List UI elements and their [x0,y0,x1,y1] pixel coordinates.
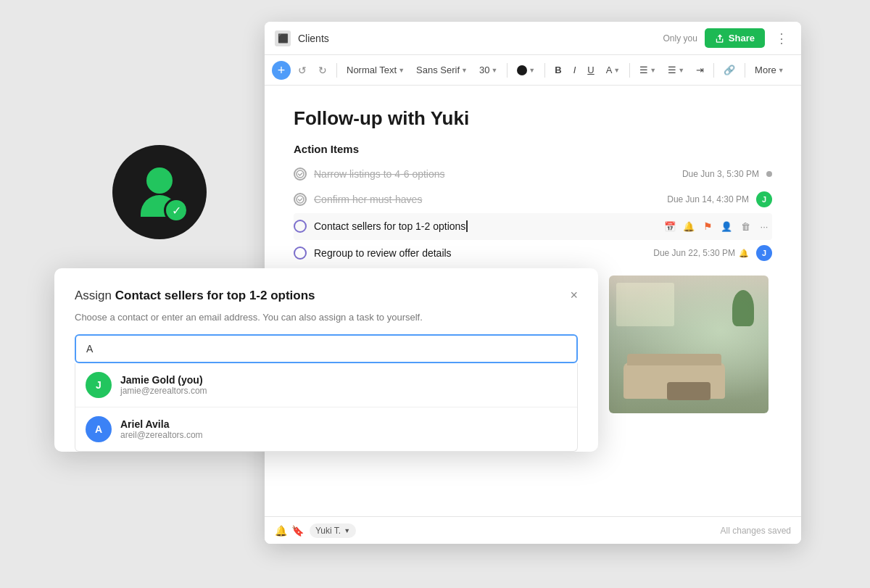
calendar-action-icon[interactable]: 📅 [662,218,678,234]
italic-button[interactable]: I [569,62,581,78]
room-image [609,276,768,413]
svg-point-1 [297,196,304,203]
bullet-arrow: ▼ [650,67,656,74]
contact-info-2: Ariel Avila areil@zerealtors.com [120,418,203,440]
assign-action-icon[interactable]: 👤 [718,218,734,234]
text-style-label: Normal Text [347,65,397,75]
task-due-1: Due Jun 3, 5:30 PM [682,169,759,179]
search-input[interactable] [75,334,578,363]
contact-name-2: Ariel Avila [120,418,203,430]
toolbar-separator-5 [713,63,714,78]
toolbar-separator-1 [336,63,337,78]
task-checkbox-3[interactable] [294,220,307,233]
table-decoration [667,382,710,400]
flag-action-icon[interactable]: ⚑ [700,218,716,234]
list-item[interactable]: A Ariel Avila areil@zerealtors.com [75,407,577,451]
numbered-list-icon: ☰ [668,65,676,75]
more-options-button[interactable]: ⋮ [772,30,791,46]
list-item[interactable]: J Jamie Gold (you) jamie@zerealtors.com [75,363,577,407]
indent-button[interactable]: ⇥ [692,62,708,78]
redo-button[interactable]: ↻ [314,62,331,79]
editor-bottombar: 🔔 🔖 Yuki T. ▼ All changes saved [265,516,801,544]
task-text-1: Narrow listings to 4-6 options [314,168,675,180]
bell-action-icon[interactable]: 🔔 [681,218,697,234]
user-chip-label: Yuki T. [315,526,341,536]
more-toolbar-button[interactable]: More ▼ [750,62,789,78]
document-icon: ⬛ [275,30,291,46]
section-heading: Action Items [294,143,772,155]
link-icon: 🔗 [724,65,735,75]
save-status: All changes saved [721,526,791,536]
avatar-figure: ✓ [141,167,178,217]
plant-decoration [732,290,754,326]
share-button[interactable]: Share [705,28,765,48]
color-circle [517,65,527,75]
indent-icon: ⇥ [696,65,704,75]
avatar: J [86,372,112,398]
contact-info-1: Jamie Gold (you) jamie@zerealtors.com [120,374,207,396]
avatar-body: ✓ [141,195,178,217]
add-button[interactable]: + [272,61,291,80]
room-overlay [609,276,768,413]
contact-email-1: jamie@zerealtors.com [120,386,207,396]
modal-title-task: Contact sellers for top 1-2 options [115,289,315,302]
highlight-arrow: ▼ [613,67,620,74]
editor-topbar: ⬛ Clients Only you Share ⋮ [265,22,801,55]
task-actions-3: 📅 🔔 ⚑ 👤 🗑 ··· [662,218,772,234]
font-arrow: ▼ [461,67,468,74]
bold-button[interactable]: B [550,62,566,78]
task-text-3: Contact sellers for top 1-2 options [314,220,655,232]
font-size-dropdown[interactable]: 30 ▼ [475,62,502,78]
checkmark-icon [296,195,304,204]
bell-small-icon: 🔔 [739,249,749,258]
contact-name-1: Jamie Gold (you) [120,374,207,386]
user-chip-arrow: ▼ [344,527,350,534]
underline-button[interactable]: U [583,62,598,78]
table-row: Confirm her must-haves Due Jun 14, 4:30 … [294,186,772,213]
user-avatar-decoration: ✓ [112,145,207,239]
task-checkbox-done-2[interactable] [294,193,307,206]
bullet-list-button[interactable]: ☰ ▼ [635,62,660,78]
checkmark-icon [296,170,304,178]
avatar-check-badge: ✓ [164,198,188,223]
toolbar-separator-3 [544,63,545,78]
numbered-list-button[interactable]: ☰ ▼ [663,62,689,78]
highlight-icon: A [606,65,613,75]
task-checkbox-done-1[interactable] [294,167,307,181]
color-arrow: ▼ [529,67,535,74]
document-title: Clients [298,33,329,44]
contact-list: J Jamie Gold (you) jamie@zerealtors.com … [75,363,578,452]
assign-modal: Assign Contact sellers for top 1-2 optio… [54,268,598,452]
highlight-button[interactable]: A ▼ [602,62,625,78]
avatar: J [756,245,772,261]
undo-icon: ↺ [298,65,307,76]
modal-close-button[interactable]: × [570,289,578,302]
font-size-label: 30 [479,65,489,75]
font-dropdown[interactable]: Sans Serif ▼ [412,62,472,78]
table-row: Regroup to review offer details Due Jun … [294,240,772,267]
avatar: A [86,416,112,442]
toolbar-separator-4 [629,63,630,78]
contact-email-2: areil@zerealtors.com [120,430,203,440]
more-toolbar-label: More [755,65,776,75]
share-icon [715,33,725,44]
bottombar-icons: 🔔 🔖 [275,525,304,537]
color-button[interactable]: ▼ [513,62,539,78]
doc-title: Follow-up with Yuki [294,107,772,130]
modal-header: Assign Contact sellers for top 1-2 optio… [75,289,578,303]
user-chip[interactable]: Yuki T. ▼ [310,523,356,538]
delete-action-icon[interactable]: 🗑 [737,218,753,234]
avatar: J [756,191,772,207]
undo-button[interactable]: ↺ [294,62,311,79]
bottombar-left: 🔔 🔖 Yuki T. ▼ [275,523,356,538]
modal-title: Assign Contact sellers for top 1-2 optio… [75,289,315,303]
task-checkbox-4[interactable] [294,247,307,260]
table-row: Contact sellers for top 1-2 options 📅 🔔 … [294,213,772,240]
topbar-right: Only you Share ⋮ [663,28,792,48]
text-style-dropdown[interactable]: Normal Text ▼ [342,62,409,78]
task-due-2: Due Jun 14, 4:30 PM [667,194,749,204]
link-button[interactable]: 🔗 [719,62,740,78]
task-due-4: Due Jun 22, 5:30 PM 🔔 [653,248,749,258]
topbar-left: ⬛ Clients [275,30,329,46]
more-action-icon[interactable]: ··· [756,218,772,234]
